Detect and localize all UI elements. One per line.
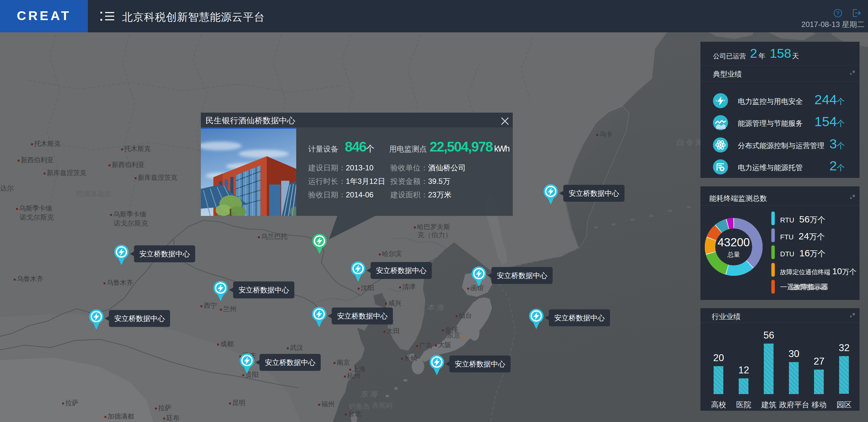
svg-text:?: ? [836, 10, 839, 16]
